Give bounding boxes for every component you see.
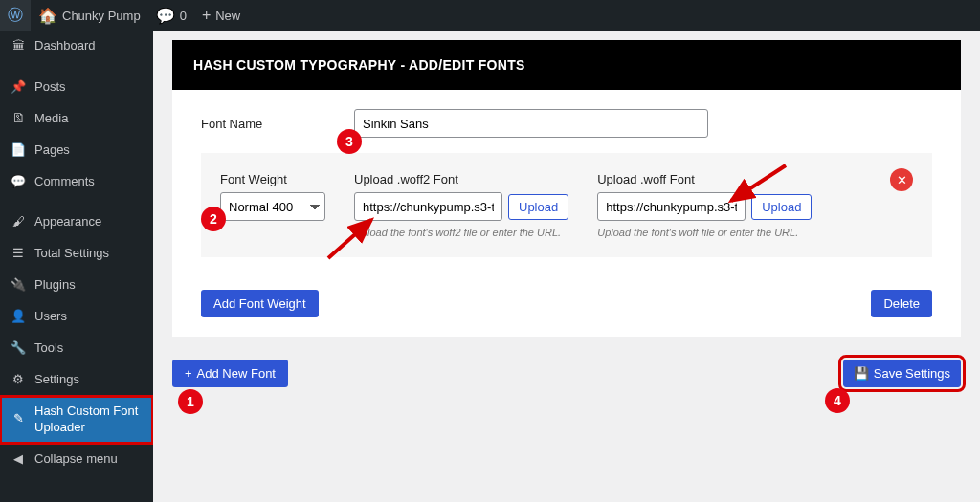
brush-icon: 🖌	[10, 214, 27, 230]
font-name-label: Font Name	[201, 117, 354, 131]
sidebar-item-comments[interactable]: 💬Comments	[0, 166, 153, 198]
sidebar-item-pages[interactable]: 📄Pages	[0, 135, 153, 166]
delete-font-button[interactable]: Delete	[871, 290, 932, 317]
annotation-arrow	[323, 215, 381, 263]
save-settings-button[interactable]: 💾Save Settings	[843, 360, 961, 387]
new-link[interactable]: +New	[194, 0, 248, 31]
collapse-icon: ◀	[10, 451, 27, 468]
add-new-font-button[interactable]: +Add New Font	[172, 360, 288, 387]
close-icon: ✕	[897, 173, 907, 187]
annotation-2: 2	[201, 207, 226, 231]
sidebar-item-total-settings[interactable]: ☰Total Settings	[0, 238, 153, 270]
comments-count: 0	[180, 9, 187, 23]
plus-icon: +	[202, 7, 211, 24]
media-icon: 🖻	[10, 111, 27, 127]
users-icon: 👤	[10, 309, 27, 325]
sidebar-item-plugins[interactable]: 🔌Plugins	[0, 270, 153, 301]
pencil-icon: ✎	[10, 411, 27, 427]
dashboard-icon: 🏛	[10, 38, 27, 55]
site-name: Chunky Pump	[62, 9, 141, 23]
annotation-3: 3	[337, 129, 362, 154]
sidebar-item-hash-font-uploader[interactable]: ✎Hash Custom Font Uploader	[0, 396, 153, 444]
woff2-hint: Upload the font's woff2 file or enter th…	[354, 227, 568, 238]
font-name-row: Font Name	[201, 109, 932, 138]
add-font-weight-button[interactable]: Add Font Weight	[201, 290, 319, 317]
plus-icon: +	[185, 366, 192, 381]
new-label: New	[215, 9, 240, 23]
svg-line-0	[328, 220, 371, 258]
woff2-upload-button[interactable]: Upload	[508, 194, 568, 220]
main-content: HASH CUSTOM TYPOGRAPHY - ADD/EDIT FONTS …	[153, 31, 980, 502]
font-weight-block: Font Weight Normal 400 Upload .woff2 Fon…	[201, 153, 932, 257]
home-icon: 🏠	[38, 7, 57, 25]
sidebar-item-appearance[interactable]: 🖌Appearance	[0, 207, 153, 238]
font-weight-select[interactable]: Normal 400	[220, 192, 325, 221]
plugin-icon: 🔌	[10, 277, 27, 294]
settings-icon: ☰	[10, 246, 27, 262]
gear-icon: ⚙	[10, 372, 27, 388]
annotation-arrow	[724, 161, 791, 208]
wordpress-icon: ⓦ	[8, 6, 23, 26]
comment-icon: 💬	[10, 174, 27, 190]
wp-logo[interactable]: ⓦ	[0, 0, 31, 31]
admin-toolbar: ⓦ 🏠Chunky Pump 💬0 +New	[0, 0, 980, 31]
svg-line-1	[731, 165, 786, 201]
page-title: HASH CUSTOM TYPOGRAPHY - ADD/EDIT FONTS	[172, 40, 961, 90]
sidebar-item-posts[interactable]: 📌Posts	[0, 72, 153, 103]
font-weight-label: Font Weight	[220, 172, 325, 186]
collapse-menu[interactable]: ◀Collapse menu	[0, 444, 153, 475]
woff-hint: Upload the font's woff file or enter the…	[597, 227, 812, 238]
annotation-4: 4	[825, 388, 850, 413]
sidebar-item-tools[interactable]: 🔧Tools	[0, 333, 153, 364]
pin-icon: 📌	[10, 79, 27, 96]
admin-sidebar: 🏛Dashboard 📌Posts 🖻Media 📄Pages 💬Comment…	[0, 31, 153, 502]
sidebar-item-dashboard[interactable]: 🏛Dashboard	[0, 31, 153, 62]
font-name-input[interactable]	[354, 109, 708, 138]
comments-link[interactable]: 💬0	[148, 0, 194, 31]
sidebar-item-users[interactable]: 👤Users	[0, 301, 153, 333]
pages-icon: 📄	[10, 142, 27, 159]
comment-icon: 💬	[156, 7, 175, 25]
save-icon: 💾	[854, 366, 869, 381]
sidebar-item-media[interactable]: 🖻Media	[0, 103, 153, 135]
annotation-1: 1	[178, 389, 203, 414]
woff2-label: Upload .woff2 Font	[354, 172, 568, 186]
remove-weight-button[interactable]: ✕	[890, 168, 913, 191]
site-link[interactable]: 🏠Chunky Pump	[31, 0, 148, 31]
wrench-icon: 🔧	[10, 340, 27, 357]
sidebar-item-settings[interactable]: ⚙Settings	[0, 364, 153, 396]
